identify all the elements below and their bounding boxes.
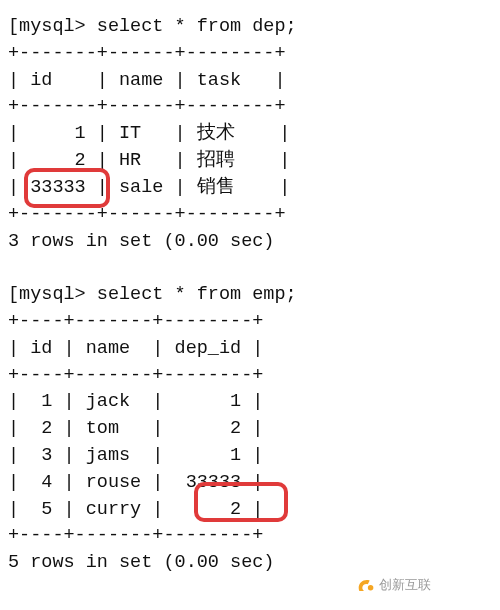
watermark-logo-icon xyxy=(355,575,375,591)
table-row: | 33333 | sale | 销售 | xyxy=(8,177,290,198)
table-row: | 5 | curry | 2 | xyxy=(8,499,263,520)
result-footer: 5 rows in set (0.00 sec) xyxy=(8,552,274,573)
table-border: +----+-------+--------+ xyxy=(8,365,263,386)
table-row: | 4 | rouse | 33333 | xyxy=(8,472,263,493)
table-header-row: | id | name | dep_id | xyxy=(8,338,263,359)
svg-point-0 xyxy=(368,585,374,591)
table-border: +----+-------+--------+ xyxy=(8,525,263,546)
table-row: | 1 | IT | 技术 | xyxy=(8,123,290,144)
watermark: 创新互联 xyxy=(355,575,431,591)
table-header-row: | id | name | task | xyxy=(8,70,286,91)
table-border: +-------+------+--------+ xyxy=(8,43,286,64)
table-row: | 1 | jack | 1 | xyxy=(8,391,263,412)
table-border: +----+-------+--------+ xyxy=(8,311,263,332)
terminal-output-dep: [mysql> select * from dep; +-------+----… xyxy=(8,14,492,255)
sql-prompt-line: [mysql> select * from emp; xyxy=(8,284,297,305)
watermark-text: 创新互联 xyxy=(379,576,431,591)
terminal-output-emp: [mysql> select * from emp; +----+-------… xyxy=(8,282,492,577)
table-border: +-------+------+--------+ xyxy=(8,204,286,225)
table-border: +-------+------+--------+ xyxy=(8,96,286,117)
result-footer: 3 rows in set (0.00 sec) xyxy=(8,231,274,252)
sql-prompt-line: [mysql> select * from dep; xyxy=(8,16,297,37)
table-row: | 2 | tom | 2 | xyxy=(8,418,263,439)
table-row: | 2 | HR | 招聘 | xyxy=(8,150,290,171)
table-row: | 3 | jams | 1 | xyxy=(8,445,263,466)
